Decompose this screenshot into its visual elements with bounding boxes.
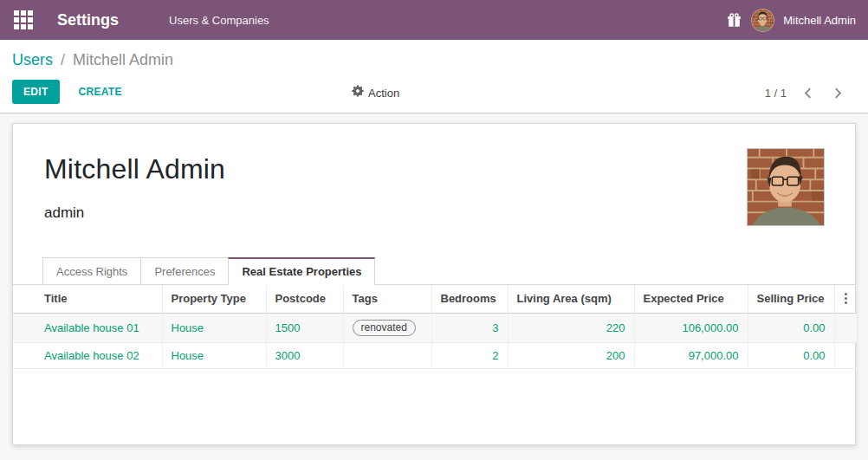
tag-badge: renovated	[353, 320, 416, 336]
tab-access-rights[interactable]: Access Rights	[42, 257, 141, 285]
record-title: Mitchell Admin	[44, 153, 824, 185]
tab-preferences[interactable]: Preferences	[140, 257, 229, 285]
cell-property-type[interactable]: House	[162, 343, 266, 369]
user-photo	[747, 148, 825, 226]
cell-title[interactable]: Available house 01	[13, 314, 162, 343]
form-sheet: Mitchell Admin admin Access Rights Prefe…	[12, 123, 856, 445]
action-label: Action	[368, 87, 399, 100]
cell-postcode[interactable]: 1500	[266, 314, 343, 343]
menu-users-companies[interactable]: Users & Companies	[169, 14, 269, 27]
column-header-bedrooms[interactable]: Bedrooms	[431, 285, 508, 314]
column-header-postcode[interactable]: Postcode	[266, 285, 343, 314]
column-header-living-area[interactable]: Living Area (sqm)	[508, 285, 634, 314]
optional-columns-toggle[interactable]	[834, 285, 857, 314]
breadcrumb-separator: /	[61, 51, 65, 69]
user-menu[interactable]: Mitchell Admin	[783, 14, 856, 27]
app-name[interactable]: Settings	[57, 11, 119, 29]
cell-postcode[interactable]: 3000	[266, 343, 343, 369]
tab-real-estate-properties[interactable]: Real Estate Properties	[228, 257, 375, 285]
gift-icon[interactable]	[727, 12, 742, 28]
cell-title[interactable]: Available house 02	[13, 343, 162, 369]
column-header-expected-price[interactable]: Expected Price	[634, 285, 748, 314]
record-login: admin	[44, 204, 824, 222]
breadcrumb: Users / Mitchell Admin	[0, 40, 868, 80]
breadcrumb-current: Mitchell Admin	[73, 51, 173, 69]
chevron-right-icon[interactable]	[829, 86, 847, 100]
cell-optional	[834, 343, 857, 369]
top-navbar: Settings Users & Companies Mitchell Admi…	[0, 0, 868, 40]
table-row[interactable]: Available house 01 House 1500 renovated …	[13, 314, 857, 343]
properties-list: Title Property Type Postcode Tags Bedroo…	[13, 285, 857, 369]
pager: 1 / 1	[765, 86, 847, 100]
cell-optional	[834, 314, 857, 343]
create-button[interactable]: CREATE	[72, 80, 129, 104]
gear-icon	[352, 85, 364, 100]
cell-bedrooms[interactable]: 2	[431, 343, 508, 369]
table-row[interactable]: Available house 02 House 3000 2 200 97,0…	[13, 343, 857, 369]
column-header-title[interactable]: Title	[13, 285, 162, 314]
action-menu-button[interactable]: Action	[352, 85, 399, 100]
cell-bedrooms[interactable]: 3	[431, 314, 508, 343]
cell-property-type[interactable]: House	[162, 314, 266, 343]
cell-living-area[interactable]: 220	[508, 314, 634, 343]
breadcrumb-users-link[interactable]: Users	[12, 51, 53, 69]
notebook-tabs: Access Rights Preferences Real Estate Pr…	[13, 256, 855, 285]
cell-selling-price[interactable]: 0.00	[748, 343, 834, 369]
cell-living-area[interactable]: 200	[508, 343, 634, 369]
cell-selling-price[interactable]: 0.00	[748, 314, 834, 343]
user-avatar[interactable]	[751, 9, 774, 32]
cell-tags[interactable]: renovated	[343, 314, 431, 343]
list-header-row: Title Property Type Postcode Tags Bedroo…	[13, 285, 857, 314]
cell-expected-price[interactable]: 97,000.00	[634, 343, 748, 369]
content-area: Mitchell Admin admin Access Rights Prefe…	[0, 113, 868, 445]
cell-tags[interactable]	[343, 343, 431, 369]
control-panel: EDIT CREATE Action 1 / 1	[0, 80, 868, 113]
column-header-property-type[interactable]: Property Type	[162, 285, 266, 314]
cell-expected-price[interactable]: 106,000.00	[634, 314, 748, 343]
ellipsis-icon	[844, 291, 849, 306]
sheet-header: Mitchell Admin admin	[13, 124, 855, 256]
edit-button[interactable]: EDIT	[12, 80, 60, 104]
chevron-left-icon[interactable]	[799, 86, 817, 100]
apps-menu-icon[interactable]	[14, 10, 33, 29]
column-header-selling-price[interactable]: Selling Price	[748, 285, 834, 314]
column-header-tags[interactable]: Tags	[343, 285, 431, 314]
pager-value[interactable]: 1 / 1	[765, 87, 787, 100]
